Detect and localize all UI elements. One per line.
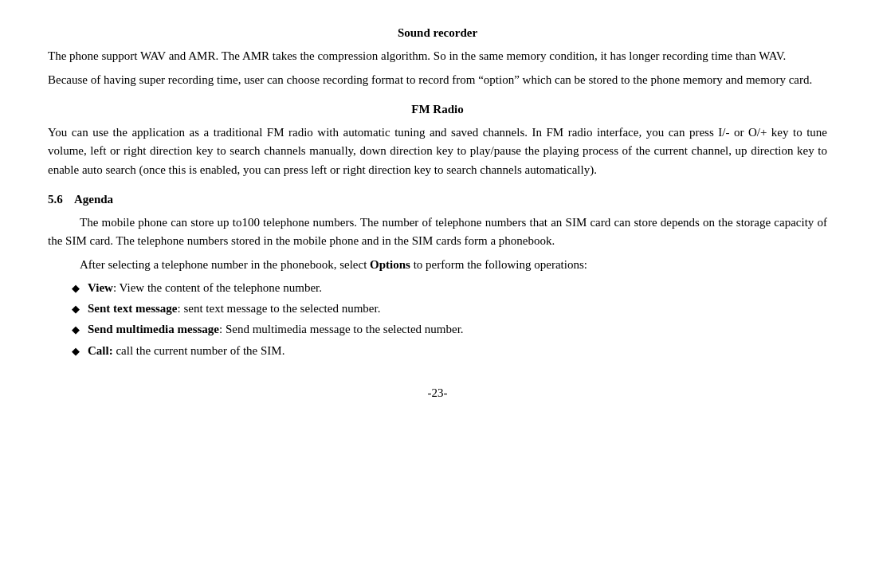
sound-recorder-section: Sound recorder The phone support WAV and… [48, 24, 827, 89]
bullet-label-send-multimedia: Send multimedia message [88, 323, 219, 335]
bullet-diamond-icon: ◆ [72, 343, 80, 359]
agenda-section: 5.6 Agenda The mobile phone can store up… [48, 190, 827, 360]
agenda-para2-prefix: After selecting a telephone number in th… [80, 258, 370, 271]
bullet-text-view: : View the content of the telephone numb… [113, 281, 322, 294]
bullet-label-call: Call: [88, 344, 113, 357]
bullet-text-send-multimedia: : Send multimedia message to the selecte… [219, 323, 464, 335]
list-item: ◆ View: View the content of the telephon… [72, 279, 827, 297]
bullet-diamond-icon: ◆ [72, 322, 80, 338]
bullet-diamond-icon: ◆ [72, 301, 80, 317]
list-item: ◆ Send multimedia message: Send multimed… [72, 320, 827, 339]
fm-radio-title: FM Radio [48, 100, 827, 119]
list-item: ◆ Call: call the current number of the S… [72, 342, 827, 360]
fm-radio-section: FM Radio You can use the application as … [48, 100, 827, 179]
bullet-diamond-icon: ◆ [72, 280, 80, 296]
agenda-para2-suffix: to perform the following operations: [410, 258, 587, 271]
bullet-item-text: Call: call the current number of the SIM… [88, 342, 284, 360]
bullet-text-sent-text: : sent text message to the selected numb… [177, 302, 380, 315]
agenda-section-label: Agenda [74, 193, 113, 206]
bullet-item-text: Send multimedia message: Send multimedia… [88, 320, 464, 339]
agenda-heading: 5.6 Agenda [48, 190, 827, 209]
agenda-para1: The mobile phone can store up to100 tele… [48, 214, 827, 251]
agenda-para2: After selecting a telephone number in th… [48, 256, 827, 274]
agenda-section-number: 5.6 [48, 193, 63, 206]
bullet-item-text: Sent text message: sent text message to … [88, 300, 380, 318]
sound-recorder-para2: Because of having super recording time, … [48, 71, 827, 89]
bullet-text-call: call the current number of the SIM. [113, 344, 285, 357]
fm-radio-para1: You can use the application as a traditi… [48, 123, 827, 179]
agenda-para2-bold: Options [370, 258, 410, 271]
page-number: -23- [48, 384, 827, 402]
bullet-label-view: View [88, 281, 113, 294]
list-item: ◆ Sent text message: sent text message t… [72, 300, 827, 318]
bullet-label-sent-text: Sent text message [88, 302, 177, 315]
sound-recorder-title: Sound recorder [48, 24, 827, 42]
bullet-item-text: View: View the content of the telephone … [88, 279, 322, 297]
agenda-bullet-list: ◆ View: View the content of the telephon… [48, 279, 827, 360]
sound-recorder-para1: The phone support WAV and AMR. The AMR t… [48, 47, 827, 65]
